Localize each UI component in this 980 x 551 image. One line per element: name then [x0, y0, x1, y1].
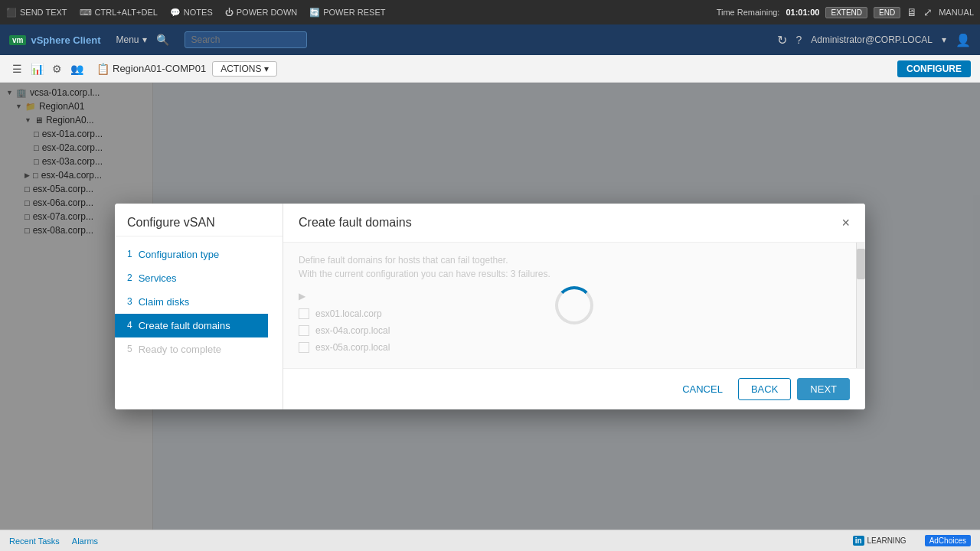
host-name-2: esx-04a.corp.local — [315, 325, 390, 336]
power-down-icon: ⏻ — [225, 8, 234, 17]
main-content: ▼ 🏢 vcsa-01a.corp.l... ▼ 📁 RegionA01 ▼ 🖥… — [0, 83, 980, 530]
step-5-num: 5 — [127, 344, 132, 354]
actions-chevron-icon: ▾ — [264, 64, 269, 74]
wizard-step-5: 5 Ready to complete — [115, 337, 268, 361]
extend-button[interactable]: EXTEND — [825, 7, 867, 18]
menu-chevron-icon: ▾ — [142, 34, 147, 45]
search-input[interactable] — [185, 31, 307, 48]
host-name-3: esx-05a.corp.local — [315, 342, 390, 353]
search-icon[interactable]: 🔍 — [156, 34, 169, 46]
host-name-1: esx01.local.corp — [315, 308, 382, 319]
wizard-step-1[interactable]: 1 Configuration type — [115, 243, 268, 266]
content-scrollbar[interactable] — [856, 243, 865, 368]
breadcrumb: 📋 RegionA01-COMP01 — [96, 63, 206, 75]
wizard-step-title: Create fault domains — [299, 216, 412, 230]
permissions-tab-icon[interactable]: 👥 — [69, 61, 84, 77]
description-1: Define fault domains for hosts that can … — [299, 255, 850, 266]
user-label: Administrator@CORP.LOCAL — [811, 34, 933, 45]
wizard-step-3[interactable]: 3 Claim disks — [115, 290, 268, 314]
power-reset-btn[interactable]: 🔄 POWER RESET — [309, 8, 385, 18]
wizard-step-2[interactable]: 2 Services — [115, 266, 268, 290]
scroll-thumb[interactable] — [857, 249, 865, 279]
breadcrumb-text: RegionA01-COMP01 — [113, 63, 206, 74]
step-3-label: Claim disks — [139, 296, 189, 308]
notes-icon: 💬 — [170, 8, 181, 18]
actions-button[interactable]: ACTIONS ▾ — [212, 61, 277, 77]
wizard-step-4[interactable]: 4 Create fault domains — [115, 314, 268, 337]
alarms-link[interactable]: Alarms — [72, 536, 98, 546]
spinner-circle — [555, 286, 593, 324]
top-toolbar: ⬛ SEND TEXT ⌨ CTRL+ALT+DEL 💬 NOTES ⏻ POW… — [0, 0, 980, 24]
vsphere-header: vm vSphere Client Menu ▾ 🔍 ↻ ? Administr… — [0, 24, 980, 55]
user-avatar-icon[interactable]: 👤 — [956, 33, 971, 47]
next-button[interactable]: NEXT — [797, 378, 850, 400]
step-5-label: Ready to complete — [139, 344, 221, 355]
modal-close-button[interactable]: × — [841, 216, 850, 230]
adchoices-badge[interactable]: AdChoices — [925, 535, 971, 546]
end-button[interactable]: END — [874, 7, 900, 18]
linkedin-text: LEARNING — [867, 536, 906, 545]
cancel-button[interactable]: CANCEL — [673, 379, 732, 399]
user-chevron-icon: ▾ — [942, 34, 946, 45]
linkedin-badge: in LEARNING — [847, 534, 913, 547]
back-button[interactable]: BACK — [738, 378, 791, 400]
modal-overlay: Configure vSAN 1 Configuration type 2 Se… — [0, 83, 980, 530]
fullscreen-icon[interactable]: ⤢ — [923, 6, 933, 18]
power-reset-icon: 🔄 — [309, 8, 320, 18]
send-text-icon: ⬛ — [6, 8, 17, 18]
description-2: With the current configuration you can h… — [299, 269, 850, 279]
time-value: 01:01:00 — [786, 8, 819, 17]
configure-button[interactable]: CONFIGURE — [897, 60, 971, 77]
power-down-btn[interactable]: ⏻ POWER DOWN — [225, 8, 297, 17]
host-checkbox-1 — [299, 308, 309, 319]
configure-vsan-modal: Configure vSAN 1 Configuration type 2 Se… — [115, 204, 865, 409]
modal-footer: CANCEL BACK NEXT — [283, 368, 865, 409]
wizard-steps: 1 Configuration type 2 Services 3 Claim … — [115, 236, 268, 409]
tab-icons: ☰ 📊 ⚙ 👥 — [9, 61, 84, 77]
menu-button[interactable]: Menu ▾ — [116, 34, 146, 45]
time-label: Time Remaining: — [717, 8, 780, 17]
summary-tab-icon[interactable]: ☰ — [9, 61, 24, 77]
host-checkbox-2 — [299, 325, 309, 336]
actions-label: ACTIONS — [220, 64, 261, 74]
linkedin-logo: in — [853, 536, 864, 546]
vsphere-app-name: vSphere Client — [31, 34, 100, 46]
loading-spinner — [555, 286, 593, 324]
host-checkbox-3 — [299, 342, 309, 353]
monitor-tab-icon[interactable]: 📊 — [29, 61, 44, 77]
menu-label: Menu — [116, 34, 139, 45]
vm-badge: vm — [9, 35, 26, 45]
refresh-icon[interactable]: ↻ — [777, 33, 787, 47]
step-2-num: 2 — [127, 272, 132, 283]
step-4-num: 4 — [127, 320, 132, 331]
step-1-num: 1 — [127, 249, 132, 259]
config-tab-icon[interactable]: ⚙ — [49, 61, 64, 77]
configure-vsan-title: Configure vSAN — [115, 204, 283, 236]
keyboard-icon: ⌨ — [80, 8, 92, 18]
fault-host-row-3: esx-05a.corp.local — [299, 339, 850, 356]
step-3-num: 3 — [127, 296, 132, 307]
ctrl-alt-del-btn[interactable]: ⌨ CTRL+ALT+DEL — [80, 8, 158, 18]
recent-tasks-link[interactable]: Recent Tasks — [9, 536, 60, 546]
step-1-label: Configuration type — [139, 249, 220, 260]
help-icon[interactable]: ? — [796, 34, 802, 46]
vsphere-logo: vm vSphere Client — [9, 34, 100, 46]
manual-label: MANUAL — [939, 8, 974, 17]
tab-bar: ☰ 📊 ⚙ 👥 📋 RegionA01-COMP01 ACTIONS ▾ CON… — [0, 55, 980, 83]
monitor-icon[interactable]: 🖥 — [906, 6, 917, 18]
step-2-label: Services — [139, 272, 177, 284]
fault-host-row-2: esx-04a.corp.local — [299, 322, 850, 339]
status-bar: Recent Tasks Alarms in LEARNING AdChoice… — [0, 530, 980, 551]
notes-btn[interactable]: 💬 NOTES — [170, 8, 213, 18]
send-text-btn[interactable]: ⬛ SEND TEXT — [6, 8, 67, 18]
header-right: ↻ ? Administrator@CORP.LOCAL ▾ 👤 — [777, 33, 971, 47]
step-4-label: Create fault domains — [139, 320, 230, 331]
time-section: Time Remaining: 01:01:00 EXTEND END 🖥 ⤢ … — [717, 6, 974, 18]
